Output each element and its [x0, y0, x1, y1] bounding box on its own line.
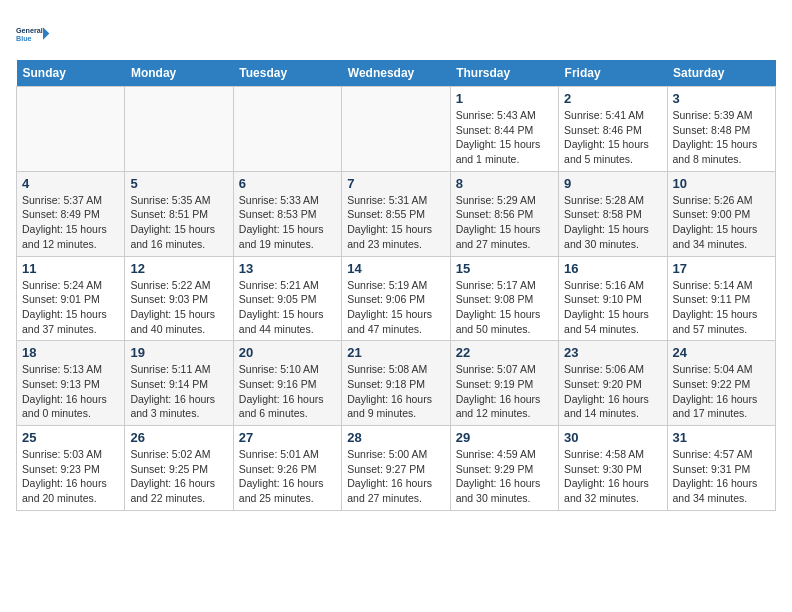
day-number: 23 [564, 345, 661, 360]
day-info: Sunrise: 5:26 AM Sunset: 9:00 PM Dayligh… [673, 193, 770, 252]
svg-text:General: General [16, 26, 43, 35]
day-number: 5 [130, 176, 227, 191]
calendar-cell: 2Sunrise: 5:41 AM Sunset: 8:46 PM Daylig… [559, 87, 667, 172]
day-info: Sunrise: 5:43 AM Sunset: 8:44 PM Dayligh… [456, 108, 553, 167]
day-number: 16 [564, 261, 661, 276]
week-row: 1Sunrise: 5:43 AM Sunset: 8:44 PM Daylig… [17, 87, 776, 172]
calendar-cell: 10Sunrise: 5:26 AM Sunset: 9:00 PM Dayli… [667, 171, 775, 256]
calendar-cell: 8Sunrise: 5:29 AM Sunset: 8:56 PM Daylig… [450, 171, 558, 256]
day-number: 15 [456, 261, 553, 276]
day-info: Sunrise: 5:28 AM Sunset: 8:58 PM Dayligh… [564, 193, 661, 252]
calendar-cell: 11Sunrise: 5:24 AM Sunset: 9:01 PM Dayli… [17, 256, 125, 341]
empty-cell [342, 87, 450, 172]
week-row: 25Sunrise: 5:03 AM Sunset: 9:23 PM Dayli… [17, 426, 776, 511]
day-info: Sunrise: 4:58 AM Sunset: 9:30 PM Dayligh… [564, 447, 661, 506]
day-info: Sunrise: 5:33 AM Sunset: 8:53 PM Dayligh… [239, 193, 336, 252]
day-number: 28 [347, 430, 444, 445]
day-info: Sunrise: 5:13 AM Sunset: 9:13 PM Dayligh… [22, 362, 119, 421]
day-info: Sunrise: 5:16 AM Sunset: 9:10 PM Dayligh… [564, 278, 661, 337]
day-number: 31 [673, 430, 770, 445]
day-number: 7 [347, 176, 444, 191]
day-number: 3 [673, 91, 770, 106]
day-info: Sunrise: 5:31 AM Sunset: 8:55 PM Dayligh… [347, 193, 444, 252]
day-info: Sunrise: 5:21 AM Sunset: 9:05 PM Dayligh… [239, 278, 336, 337]
weekday-header: Friday [559, 60, 667, 87]
day-info: Sunrise: 4:59 AM Sunset: 9:29 PM Dayligh… [456, 447, 553, 506]
calendar-cell: 22Sunrise: 5:07 AM Sunset: 9:19 PM Dayli… [450, 341, 558, 426]
weekday-header-row: SundayMondayTuesdayWednesdayThursdayFrid… [17, 60, 776, 87]
day-number: 10 [673, 176, 770, 191]
weekday-header: Monday [125, 60, 233, 87]
day-info: Sunrise: 5:08 AM Sunset: 9:18 PM Dayligh… [347, 362, 444, 421]
day-info: Sunrise: 5:00 AM Sunset: 9:27 PM Dayligh… [347, 447, 444, 506]
day-number: 19 [130, 345, 227, 360]
calendar-cell: 12Sunrise: 5:22 AM Sunset: 9:03 PM Dayli… [125, 256, 233, 341]
week-row: 18Sunrise: 5:13 AM Sunset: 9:13 PM Dayli… [17, 341, 776, 426]
day-info: Sunrise: 5:11 AM Sunset: 9:14 PM Dayligh… [130, 362, 227, 421]
calendar-cell: 26Sunrise: 5:02 AM Sunset: 9:25 PM Dayli… [125, 426, 233, 511]
weekday-header: Saturday [667, 60, 775, 87]
day-info: Sunrise: 5:04 AM Sunset: 9:22 PM Dayligh… [673, 362, 770, 421]
calendar-cell: 30Sunrise: 4:58 AM Sunset: 9:30 PM Dayli… [559, 426, 667, 511]
weekday-header: Wednesday [342, 60, 450, 87]
day-number: 1 [456, 91, 553, 106]
day-number: 20 [239, 345, 336, 360]
logo-icon: GeneralBlue [16, 16, 52, 52]
day-number: 21 [347, 345, 444, 360]
day-info: Sunrise: 5:22 AM Sunset: 9:03 PM Dayligh… [130, 278, 227, 337]
calendar-cell: 28Sunrise: 5:00 AM Sunset: 9:27 PM Dayli… [342, 426, 450, 511]
svg-marker-2 [43, 27, 49, 40]
page-header: GeneralBlue [16, 16, 776, 52]
day-info: Sunrise: 5:37 AM Sunset: 8:49 PM Dayligh… [22, 193, 119, 252]
calendar-cell: 14Sunrise: 5:19 AM Sunset: 9:06 PM Dayli… [342, 256, 450, 341]
day-info: Sunrise: 5:10 AM Sunset: 9:16 PM Dayligh… [239, 362, 336, 421]
calendar-cell: 13Sunrise: 5:21 AM Sunset: 9:05 PM Dayli… [233, 256, 341, 341]
day-number: 24 [673, 345, 770, 360]
calendar-cell: 7Sunrise: 5:31 AM Sunset: 8:55 PM Daylig… [342, 171, 450, 256]
day-number: 25 [22, 430, 119, 445]
calendar-cell: 1Sunrise: 5:43 AM Sunset: 8:44 PM Daylig… [450, 87, 558, 172]
calendar-cell: 15Sunrise: 5:17 AM Sunset: 9:08 PM Dayli… [450, 256, 558, 341]
day-info: Sunrise: 5:01 AM Sunset: 9:26 PM Dayligh… [239, 447, 336, 506]
svg-text:Blue: Blue [16, 34, 32, 43]
calendar-table: SundayMondayTuesdayWednesdayThursdayFrid… [16, 60, 776, 511]
day-number: 8 [456, 176, 553, 191]
day-number: 13 [239, 261, 336, 276]
calendar-cell: 21Sunrise: 5:08 AM Sunset: 9:18 PM Dayli… [342, 341, 450, 426]
day-info: Sunrise: 5:35 AM Sunset: 8:51 PM Dayligh… [130, 193, 227, 252]
day-number: 30 [564, 430, 661, 445]
day-number: 11 [22, 261, 119, 276]
week-row: 4Sunrise: 5:37 AM Sunset: 8:49 PM Daylig… [17, 171, 776, 256]
calendar-cell: 6Sunrise: 5:33 AM Sunset: 8:53 PM Daylig… [233, 171, 341, 256]
day-number: 4 [22, 176, 119, 191]
day-info: Sunrise: 5:24 AM Sunset: 9:01 PM Dayligh… [22, 278, 119, 337]
day-number: 18 [22, 345, 119, 360]
calendar-cell: 9Sunrise: 5:28 AM Sunset: 8:58 PM Daylig… [559, 171, 667, 256]
day-info: Sunrise: 5:02 AM Sunset: 9:25 PM Dayligh… [130, 447, 227, 506]
day-info: Sunrise: 5:39 AM Sunset: 8:48 PM Dayligh… [673, 108, 770, 167]
calendar-cell: 4Sunrise: 5:37 AM Sunset: 8:49 PM Daylig… [17, 171, 125, 256]
day-info: Sunrise: 5:29 AM Sunset: 8:56 PM Dayligh… [456, 193, 553, 252]
calendar-cell: 29Sunrise: 4:59 AM Sunset: 9:29 PM Dayli… [450, 426, 558, 511]
day-number: 26 [130, 430, 227, 445]
weekday-header: Sunday [17, 60, 125, 87]
day-number: 14 [347, 261, 444, 276]
calendar-cell: 3Sunrise: 5:39 AM Sunset: 8:48 PM Daylig… [667, 87, 775, 172]
day-info: Sunrise: 4:57 AM Sunset: 9:31 PM Dayligh… [673, 447, 770, 506]
calendar-cell: 16Sunrise: 5:16 AM Sunset: 9:10 PM Dayli… [559, 256, 667, 341]
day-number: 17 [673, 261, 770, 276]
day-info: Sunrise: 5:41 AM Sunset: 8:46 PM Dayligh… [564, 108, 661, 167]
calendar-cell: 17Sunrise: 5:14 AM Sunset: 9:11 PM Dayli… [667, 256, 775, 341]
calendar-cell: 5Sunrise: 5:35 AM Sunset: 8:51 PM Daylig… [125, 171, 233, 256]
day-number: 9 [564, 176, 661, 191]
day-number: 6 [239, 176, 336, 191]
day-info: Sunrise: 5:03 AM Sunset: 9:23 PM Dayligh… [22, 447, 119, 506]
calendar-cell: 23Sunrise: 5:06 AM Sunset: 9:20 PM Dayli… [559, 341, 667, 426]
empty-cell [233, 87, 341, 172]
day-number: 2 [564, 91, 661, 106]
day-number: 12 [130, 261, 227, 276]
empty-cell [125, 87, 233, 172]
calendar-cell: 25Sunrise: 5:03 AM Sunset: 9:23 PM Dayli… [17, 426, 125, 511]
empty-cell [17, 87, 125, 172]
day-info: Sunrise: 5:07 AM Sunset: 9:19 PM Dayligh… [456, 362, 553, 421]
